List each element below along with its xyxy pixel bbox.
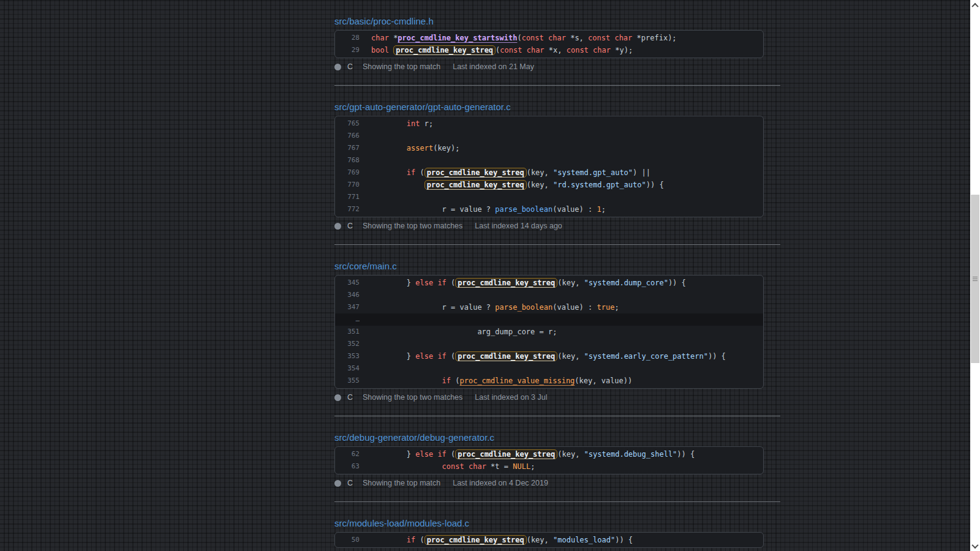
code-text: if (proc_cmdline_value_missing(key, valu… [371, 375, 632, 387]
code-text: char *proc_cmdline_key_startswith(const … [371, 32, 677, 44]
code-text: arg_dump_core = r; [371, 326, 557, 338]
code-token: ; [530, 462, 535, 471]
code-token: (value) : [552, 205, 597, 214]
code-text: r = value ? parse_boolean(value) : 1; [371, 203, 606, 216]
code-text: const char *t = NULL; [371, 460, 535, 473]
language-dot-icon [334, 480, 341, 487]
vertical-scrollbar[interactable] [970, 0, 980, 551]
code-token: char [527, 46, 545, 54]
code-line[interactable]: 772 r = value ? parse_boolean(value) : 1… [335, 203, 763, 216]
snippet-gap-row[interactable]: … [335, 313, 763, 326]
code-token: "systemd.dump_core" [584, 279, 668, 287]
line-number: 355 [335, 375, 360, 387]
code-token: ; [614, 303, 619, 312]
match-count-note: Showing the top match [363, 62, 440, 71]
code-line[interactable]: 355 if (proc_cmdline_value_missing(key, … [335, 375, 763, 387]
language-dot-icon [334, 223, 341, 230]
code-line[interactable]: 354 [335, 362, 763, 375]
file-link[interactable]: src/debug-generator/debug-generator.c [334, 432, 780, 443]
code-token: } [371, 450, 415, 459]
code-token: } [371, 279, 415, 287]
code-line[interactable]: 770 proc_cmdline_key_streq(key, "rd.syst… [335, 179, 763, 191]
match-highlight: proc_cmdline_key_streq [455, 449, 557, 459]
code-token: char [371, 34, 389, 42]
chevron-up-icon [971, 2, 978, 9]
code-token: (key, [527, 536, 553, 544]
code-snippet[interactable]: 28char *proc_cmdline_key_startswith(cons… [334, 30, 764, 58]
code-token: else [415, 279, 433, 287]
language-name: C [347, 62, 353, 71]
line-number: 767 [335, 142, 360, 154]
code-token: char [614, 34, 632, 42]
code-token: } [371, 352, 415, 361]
code-line[interactable]: 766 [335, 130, 763, 142]
line-number: 62 [335, 448, 360, 460]
language-name: C [347, 222, 353, 230]
file-link[interactable]: src/core/main.c [334, 261, 780, 271]
file-link[interactable]: src/basic/proc-cmdline.h [334, 16, 780, 26]
code-line[interactable]: 62 } else if (proc_cmdline_key_streq(key… [335, 448, 763, 460]
code-line[interactable]: 765 int r; [335, 118, 763, 130]
code-line[interactable]: 351 arg_dump_core = r; [335, 326, 763, 338]
line-number: 769 [335, 167, 360, 179]
code-line[interactable]: 28char *proc_cmdline_key_startswith(cons… [335, 32, 763, 44]
search-results-list: src/basic/proc-cmdline.h28char *proc_cmd… [334, 0, 780, 551]
code-token: int [407, 119, 420, 128]
code-line[interactable]: 346 [335, 289, 763, 301]
line-number: 345 [335, 277, 360, 289]
code-token: (key, [527, 181, 553, 189]
code-token: (key); [433, 144, 459, 152]
scroll-up-button[interactable] [970, 0, 980, 10]
line-number: 354 [335, 362, 360, 375]
search-result: src/modules-load/modules-load.c50 if (pr… [334, 502, 780, 551]
code-token [371, 462, 442, 471]
code-line[interactable]: 345 } else if (proc_cmdline_key_streq(ke… [335, 277, 763, 289]
line-number: 766 [335, 130, 360, 142]
code-snippet[interactable]: 345 } else if (proc_cmdline_key_streq(ke… [334, 275, 764, 389]
code-line[interactable]: 769 if (proc_cmdline_key_streq(key, "sys… [335, 167, 763, 179]
code-line[interactable]: 771 [335, 191, 763, 203]
scrollbar-thumb[interactable] [971, 195, 979, 363]
code-line[interactable]: 29bool proc_cmdline_key_streq(const char… [335, 44, 763, 56]
code-token: )) { [677, 450, 695, 459]
code-text: bool proc_cmdline_key_streq(const char *… [371, 44, 633, 56]
file-link[interactable]: src/gpt-auto-generator/gpt-auto-generato… [334, 102, 780, 112]
code-line[interactable]: 767 assert(key); [335, 142, 763, 154]
scroll-down-button[interactable] [970, 541, 980, 551]
code-token: if [407, 536, 415, 544]
code-token: r = value ? [371, 303, 495, 312]
code-token: *prefix); [632, 34, 676, 42]
code-snippet[interactable]: 50 if (proc_cmdline_key_streq(key, "modu… [334, 532, 764, 548]
code-token [544, 34, 548, 42]
code-token: *x, [545, 46, 567, 54]
code-token: )) { [668, 279, 686, 287]
line-number: 346 [335, 289, 360, 301]
code-token: (key, [557, 450, 584, 459]
code-text: } else if (proc_cmdline_key_streq(key, "… [371, 277, 686, 289]
code-snippet[interactable]: 62 } else if (proc_cmdline_key_streq(key… [334, 446, 764, 474]
code-line[interactable]: 63 const char *t = NULL; [335, 460, 763, 473]
code-line[interactable]: 347 r = value ? parse_boolean(value) : t… [335, 301, 763, 313]
code-token: ( [451, 377, 459, 385]
file-link[interactable]: src/modules-load/modules-load.c [334, 518, 780, 528]
search-result: src/gpt-auto-generator/gpt-auto-generato… [334, 86, 780, 245]
code-line[interactable]: 352 [335, 338, 763, 350]
code-token: "modules_load" [553, 536, 615, 544]
line-number: 770 [335, 179, 360, 191]
code-line[interactable]: 50 if (proc_cmdline_key_streq(key, "modu… [335, 534, 763, 546]
result-meta: CShowing the top two matchesLast indexed… [334, 392, 780, 402]
code-line[interactable]: 768 [335, 154, 763, 167]
code-token: true [597, 303, 614, 312]
code-token: const [588, 34, 610, 42]
code-text: int r; [371, 118, 433, 130]
code-token: parse_boolean [495, 303, 552, 312]
match-highlight: proc_cmdline_key_streq [455, 278, 557, 288]
code-token: ( [415, 536, 424, 544]
line-number: … [335, 313, 360, 326]
code-token [464, 462, 469, 471]
chevron-down-icon [971, 541, 978, 548]
code-line[interactable]: 353 } else if (proc_cmdline_key_streq(ke… [335, 350, 763, 362]
code-snippet[interactable]: 765 int r;766767 assert(key);768769 if (… [334, 116, 764, 217]
code-text: r = value ? parse_boolean(value) : true; [371, 301, 619, 313]
code-token: * [389, 34, 398, 42]
